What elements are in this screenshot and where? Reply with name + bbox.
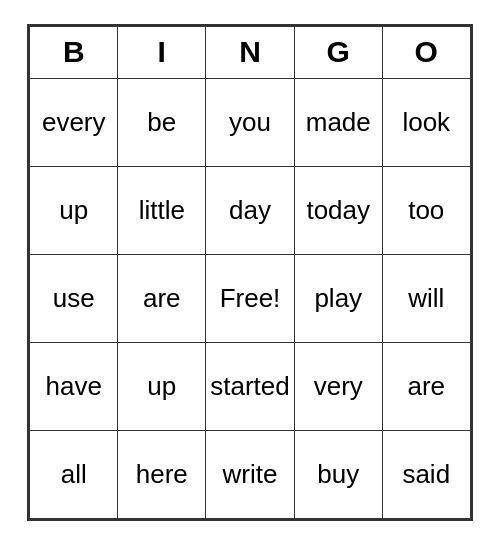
- cell-r0-c3: made: [294, 78, 382, 166]
- cell-r3-c1: up: [118, 342, 206, 430]
- cell-r4-c1: here: [118, 430, 206, 518]
- header-row: B I N G O: [30, 26, 471, 78]
- table-row: uplittledaytodaytoo: [30, 166, 471, 254]
- cell-r3-c3: very: [294, 342, 382, 430]
- header-g: G: [294, 26, 382, 78]
- cell-r0-c2: you: [206, 78, 295, 166]
- cell-r4-c4: said: [382, 430, 470, 518]
- header-o: O: [382, 26, 470, 78]
- cell-r4-c0: all: [30, 430, 118, 518]
- cell-r3-c0: have: [30, 342, 118, 430]
- cell-r0-c1: be: [118, 78, 206, 166]
- cell-r2-c2: Free!: [206, 254, 295, 342]
- cell-r2-c1: are: [118, 254, 206, 342]
- cell-r1-c3: today: [294, 166, 382, 254]
- cell-r2-c4: will: [382, 254, 470, 342]
- cell-r2-c3: play: [294, 254, 382, 342]
- cell-r1-c4: too: [382, 166, 470, 254]
- table-row: everybeyoumadelook: [30, 78, 471, 166]
- cell-r0-c0: every: [30, 78, 118, 166]
- table-row: allherewritebuysaid: [30, 430, 471, 518]
- cell-r2-c0: use: [30, 254, 118, 342]
- cell-r4-c2: write: [206, 430, 295, 518]
- header-i: I: [118, 26, 206, 78]
- table-row: haveupstartedveryare: [30, 342, 471, 430]
- cell-r3-c2: started: [206, 342, 295, 430]
- bingo-table: B I N G O everybeyoumadelookuplittledayt…: [29, 26, 471, 519]
- table-row: useareFree!playwill: [30, 254, 471, 342]
- header-b: B: [30, 26, 118, 78]
- cell-r1-c0: up: [30, 166, 118, 254]
- cell-r3-c4: are: [382, 342, 470, 430]
- cell-r1-c1: little: [118, 166, 206, 254]
- bingo-card: B I N G O everybeyoumadelookuplittledayt…: [27, 24, 473, 521]
- cell-r4-c3: buy: [294, 430, 382, 518]
- cell-r1-c2: day: [206, 166, 295, 254]
- header-n: N: [206, 26, 295, 78]
- cell-r0-c4: look: [382, 78, 470, 166]
